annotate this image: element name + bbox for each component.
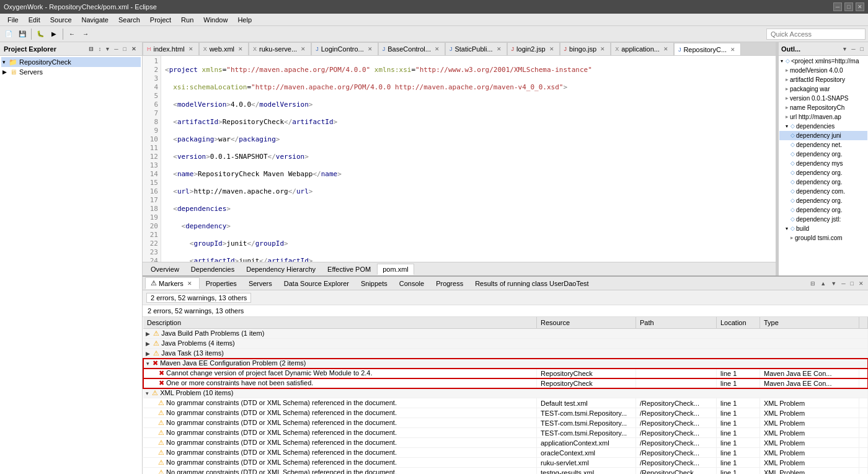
tab-ruku-servlet[interactable]: X ruku-serve... ✕ (249, 42, 311, 55)
maximize-panel-button[interactable]: □ (122, 45, 128, 53)
bottom-panel-filter-button[interactable]: ⊟ (808, 280, 817, 287)
markers-tab-close[interactable]: ✕ (185, 280, 194, 287)
tab-markers[interactable]: ⚠ Markers ✕ (145, 277, 200, 289)
col-resource[interactable]: Resource (537, 317, 636, 329)
tab-results[interactable]: Results of running class UserDaoTest (469, 278, 594, 289)
save-button[interactable]: 💾 (16, 28, 29, 40)
menu-search[interactable]: Search (113, 15, 145, 25)
outline-item-name[interactable]: ▸ name RepositoryCh (779, 103, 867, 112)
outline-minimize-button[interactable]: ─ (849, 45, 857, 53)
tab-servers[interactable]: Servers (243, 278, 278, 289)
view-menu-button[interactable]: ▾ (104, 45, 111, 53)
xml-problem-5[interactable]: ⚠ No grammar constraints (DTD or XML Sch… (143, 438, 868, 448)
outline-item-model-version[interactable]: ▸ modelVersion 4.0.0 (779, 66, 867, 75)
problems-table[interactable]: Description Resource Path Location Type (143, 317, 868, 474)
outline-item-groupid-tsmi[interactable]: ▸ groupId tsmi.com (779, 233, 867, 243)
tab-close-button[interactable]: ✕ (549, 46, 554, 52)
outline-item-dep-junit[interactable]: ◇ dependency juni (779, 131, 867, 140)
outline-item-dep-jstl[interactable]: ◇ dependency jstl: (779, 215, 867, 224)
xml-problem-3[interactable]: ⚠ No grammar constraints (DTD or XML Sch… (143, 418, 868, 428)
run-button[interactable]: ▶ (48, 28, 60, 40)
group-java-build-path[interactable]: ▶ ⚠ Java Build Path Problems (1 item) (143, 329, 868, 339)
tab-data-source-explorer[interactable]: Data Source Explorer (278, 278, 355, 289)
tab-pom-xml[interactable]: pom.xml (377, 264, 414, 275)
xml-problem-6[interactable]: ⚠ No grammar constraints (DTD or XML Sch… (143, 448, 868, 458)
group-maven-javaee[interactable]: ▾ ✖ Maven Java EE Configuration Problem … (143, 359, 868, 369)
col-location[interactable]: Location (717, 317, 760, 329)
xml-problem-4[interactable]: ⚠ No grammar constraints (DTD or XML Sch… (143, 428, 868, 438)
tab-close-button[interactable]: ✕ (238, 46, 243, 52)
tab-repository-check[interactable]: J RepositoryC... ✕ (674, 43, 741, 56)
tree-item-servers[interactable]: ▶ 🖥 Servers (1, 67, 141, 77)
bottom-panel-maximize-button[interactable]: □ (849, 280, 856, 287)
close-button[interactable]: ✕ (856, 2, 864, 11)
menu-window[interactable]: Window (198, 15, 232, 25)
new-button[interactable]: 📄 (2, 28, 15, 40)
tab-static-publisher[interactable]: J StaticPubli... ✕ (445, 42, 507, 55)
tab-dependency-hierarchy[interactable]: Dependency Hierarchy (241, 264, 321, 275)
outline-item-packaging[interactable]: ▸ packaging war (779, 84, 867, 94)
tab-dependencies[interactable]: Dependencies (185, 264, 240, 275)
tab-index-html[interactable]: H index.html ✕ (143, 42, 199, 55)
xml-problem-1[interactable]: ⚠ No grammar constraints (DTD or XML Sch… (143, 398, 868, 408)
minimize-panel-button[interactable]: ─ (112, 45, 120, 53)
bottom-panel-minimize-button[interactable]: ─ (839, 280, 847, 287)
tab-snippets[interactable]: Snippets (355, 278, 393, 289)
tab-close-button[interactable]: ✕ (435, 46, 440, 52)
outline-item-build[interactable]: ▾ ◇ build (779, 224, 867, 233)
menu-source[interactable]: Source (45, 15, 77, 25)
outline-item-dep-org5[interactable]: ◇ dependency org. (779, 205, 867, 215)
outline-item-dep-net[interactable]: ◇ dependency net. (779, 140, 867, 150)
outline-item-dep-mys[interactable]: ◇ dependency mys (779, 159, 867, 168)
tab-login2-jsp[interactable]: J login2.jsp ✕ (507, 42, 560, 55)
xml-problem-7[interactable]: ⚠ No grammar constraints (DTD or XML Sch… (143, 458, 868, 468)
tab-overview[interactable]: Overview (145, 264, 185, 275)
tab-application-context[interactable]: X application... ✕ (611, 42, 674, 55)
outline-item-version[interactable]: ▸ version 0.0.1-SNAPS (779, 94, 867, 103)
quick-access-input[interactable] (766, 29, 866, 40)
bottom-panel-down-button[interactable]: ▼ (829, 280, 838, 287)
tab-web-xml[interactable]: X web.xml ✕ (199, 42, 249, 55)
tab-properties[interactable]: Properties (200, 278, 242, 289)
bottom-panel-up-button[interactable]: ▲ (818, 280, 828, 287)
menu-run[interactable]: Run (176, 15, 198, 25)
outline-item-artifact-id[interactable]: ▸ artifactId Repository (779, 75, 867, 84)
tab-close-button[interactable]: ✕ (600, 46, 605, 52)
link-editor-button[interactable]: ↕ (97, 45, 104, 53)
tab-close-button[interactable]: ✕ (663, 46, 668, 52)
xml-problem-2[interactable]: ⚠ No grammar constraints (DTD or XML Sch… (143, 408, 868, 418)
menu-edit[interactable]: Edit (24, 15, 45, 25)
forward-button[interactable]: → (79, 28, 92, 40)
tab-close-button[interactable]: ✕ (368, 46, 373, 52)
outline-item-dep-org3[interactable]: ◇ dependency org. (779, 177, 867, 187)
collapse-all-button[interactable]: ⊟ (87, 45, 95, 53)
col-type[interactable]: Type (760, 317, 859, 329)
close-panel-button[interactable]: ✕ (130, 45, 138, 53)
tab-login-controller[interactable]: J LoginContro... ✕ (311, 42, 378, 55)
menu-file[interactable]: File (2, 15, 24, 25)
tree-item-repository-check[interactable]: ▾ 📁 RepositoryCheck (1, 57, 141, 67)
debug-button[interactable]: 🐛 (34, 28, 46, 40)
tab-close-button[interactable]: ✕ (497, 46, 502, 52)
col-description[interactable]: Description (143, 317, 537, 329)
maven-error-1[interactable]: ✖ Cannot change version of project facet… (143, 369, 868, 378)
tab-close-button[interactable]: ✕ (188, 46, 193, 52)
menu-navigate[interactable]: Navigate (77, 15, 113, 25)
bottom-panel-close-button[interactable]: ✕ (857, 280, 866, 287)
group-java-task[interactable]: ▶ ⚠ Java Task (13 items) (143, 349, 868, 359)
tab-console[interactable]: Console (394, 278, 430, 289)
minimize-button[interactable]: ─ (833, 2, 842, 11)
outline-item-project[interactable]: ▾ ◇ <project xmlns=http://ma (779, 56, 867, 66)
window-controls[interactable]: ─ □ ✕ (833, 2, 864, 11)
outline-item-dependencies[interactable]: ▾ ◇ dependencies (779, 122, 867, 131)
outline-item-dep-com[interactable]: ◇ dependency com. (779, 187, 867, 196)
menu-help[interactable]: Help (232, 15, 257, 25)
tab-bingo-jsp[interactable]: J bingo.jsp ✕ (560, 42, 611, 55)
tab-effective-pom[interactable]: Effective POM (322, 264, 376, 275)
col-path[interactable]: Path (636, 317, 717, 329)
outline-item-dep-org2[interactable]: ◇ dependency org. (779, 168, 867, 177)
outline-menu-button[interactable]: ▾ (841, 45, 848, 53)
outline-maximize-button[interactable]: □ (859, 45, 866, 53)
menu-project[interactable]: Project (145, 15, 176, 25)
tab-progress[interactable]: Progress (430, 278, 469, 289)
